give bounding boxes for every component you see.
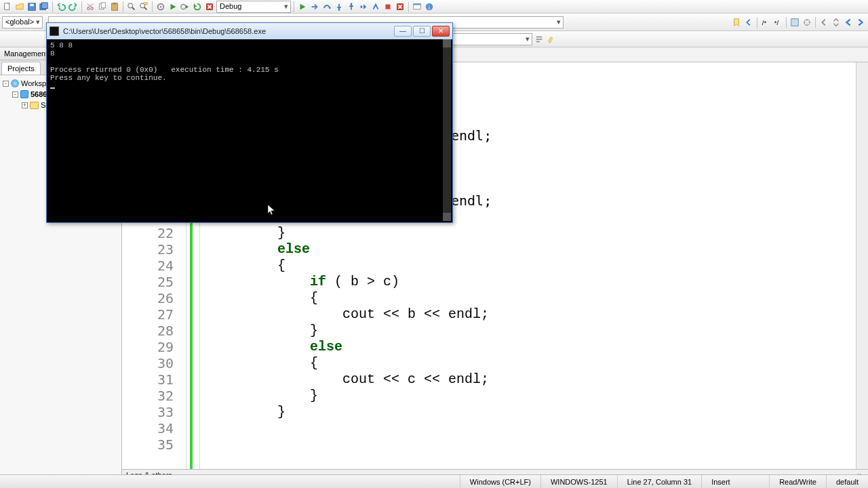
svg-point-18 — [329, 7, 331, 9]
console-scrollbar[interactable] — [443, 39, 451, 221]
tab-projects[interactable]: Projects — [1, 62, 41, 75]
console-output[interactable]: 5 8 8 8 Process returned 0 (0x0) executi… — [48, 39, 443, 221]
svg-point-15 — [160, 5, 162, 7]
copy-icon[interactable] — [97, 1, 108, 12]
status-eol: Windows (CR+LF) — [460, 475, 540, 488]
svg-rect-22 — [386, 4, 391, 9]
maximize-button[interactable]: ☐ — [413, 26, 431, 37]
scroll-down-icon[interactable] — [443, 213, 451, 221]
console-window[interactable]: C:\Users\User\Desktop\vector\568658\bin\… — [46, 22, 453, 223]
status-encoding: WINDOWS-1251 — [540, 475, 617, 488]
tool-a-icon[interactable]: /* — [760, 17, 771, 28]
svg-point-16 — [181, 4, 186, 9]
bookmark-prev-icon[interactable] — [743, 17, 754, 28]
nav-prev-icon[interactable] — [843, 17, 854, 28]
break-icon[interactable] — [382, 1, 393, 12]
nav-next-icon[interactable] — [855, 17, 866, 28]
step-instr-icon[interactable] — [370, 1, 381, 12]
reparse-icon[interactable] — [802, 17, 812, 28]
step-into-icon[interactable] — [334, 1, 344, 12]
editor-vertical-scrollbar[interactable] — [856, 62, 868, 469]
svg-rect-25 — [414, 3, 421, 5]
cut-icon[interactable] — [85, 1, 96, 12]
bookmark-toggle-icon[interactable] — [731, 17, 742, 28]
svg-rect-10 — [113, 2, 116, 4]
build-target-select[interactable]: Debug — [216, 1, 291, 13]
next-instr-icon[interactable] — [358, 1, 369, 12]
status-bar: Windows (CR+LF) WINDOWS-1251 Line 27, Co… — [0, 474, 868, 488]
nav-history-icon[interactable] — [831, 17, 842, 28]
run-icon[interactable] — [167, 1, 178, 12]
svg-rect-13 — [144, 2, 147, 4]
svg-rect-21 — [361, 5, 363, 8]
svg-point-20 — [351, 3, 353, 5]
project-icon — [20, 90, 28, 98]
app-icon — [50, 26, 59, 36]
find-icon[interactable] — [126, 1, 137, 12]
workspace-icon — [11, 79, 19, 87]
build-icon[interactable] — [155, 1, 166, 12]
svg-rect-30 — [791, 18, 799, 26]
open-icon[interactable] — [14, 1, 25, 12]
rebuild-icon[interactable] — [192, 1, 203, 12]
svg-text:/*: /* — [762, 18, 767, 26]
code-peek: endl; — [451, 127, 492, 144]
console-titlebar[interactable]: C:\Users\User\Desktop\vector\568658\bin\… — [47, 23, 452, 39]
toolbar-main: Debug i — [0, 0, 868, 14]
svg-point-19 — [338, 9, 340, 11]
svg-rect-8 — [101, 2, 105, 7]
folder-icon — [30, 102, 39, 109]
svg-rect-2 — [30, 3, 33, 6]
tool-b-icon[interactable]: */ — [772, 17, 783, 28]
code-peek: endl; — [451, 192, 492, 209]
status-mode: Insert — [701, 475, 769, 488]
run-to-cursor-icon[interactable] — [309, 1, 320, 12]
svg-point-11 — [128, 3, 133, 7]
scope-select[interactable]: <global> — [2, 16, 43, 28]
debug-run-icon[interactable] — [297, 1, 308, 12]
minimize-button[interactable]: — — [394, 26, 412, 37]
doxy-icon[interactable] — [789, 17, 800, 28]
status-position: Line 27, Column 31 — [617, 475, 701, 488]
status-readwrite: Read/Write — [769, 475, 826, 488]
replace-icon[interactable] — [138, 1, 149, 12]
scroll-up-icon[interactable] — [443, 39, 451, 47]
highlight-icon[interactable] — [546, 34, 557, 45]
undo-icon[interactable] — [56, 1, 66, 12]
debug-windows-icon[interactable] — [412, 1, 422, 12]
console-title-text: C:\Users\User\Desktop\vector\568658\bin\… — [63, 27, 266, 35]
svg-text:*/: */ — [774, 18, 779, 26]
paste-icon[interactable] — [109, 1, 120, 12]
nav-back-icon[interactable] — [818, 17, 829, 28]
save-all-icon[interactable] — [39, 1, 50, 12]
build-run-icon[interactable] — [180, 1, 191, 12]
text-cursor — [50, 87, 55, 89]
redo-icon[interactable] — [68, 1, 79, 12]
search-options-icon[interactable] — [534, 34, 545, 45]
save-icon[interactable] — [26, 1, 37, 12]
status-profile: default — [826, 475, 868, 488]
close-button[interactable]: ✕ — [432, 26, 450, 37]
svg-rect-4 — [42, 2, 48, 8]
new-file-icon[interactable] — [2, 1, 13, 12]
info-icon[interactable]: i — [424, 1, 435, 12]
step-over-icon[interactable] — [321, 1, 332, 12]
step-out-icon[interactable] — [346, 1, 357, 12]
abort-icon[interactable] — [204, 1, 215, 12]
stop-debug-icon[interactable] — [395, 1, 406, 12]
